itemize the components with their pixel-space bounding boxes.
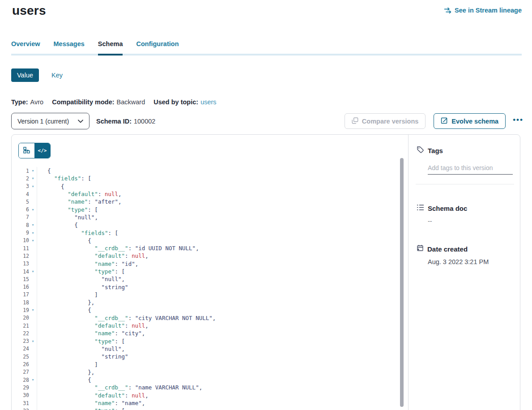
line-number: 12	[23, 253, 29, 259]
value-key-toggle: Value Key	[11, 68, 63, 82]
tab-configuration[interactable]: Configuration	[136, 40, 179, 56]
code-line: 11 "__crdb__": "id UUID NOT NULL",	[12, 244, 408, 252]
tab-bar: Overview Messages Schema Configuration	[11, 40, 522, 56]
line-number: 11	[23, 245, 29, 252]
schema-code-editor[interactable]: 1▾{2▾ "fields": [3▾ {4 "default": null,5…	[12, 167, 408, 410]
code-line: 3▾ {	[12, 183, 408, 190]
code-line-content: "__crdb__": "city VARCHAR NOT NULL",	[37, 315, 216, 321]
fold-toggle-icon[interactable]: ▾	[29, 239, 37, 243]
code-line-content: },	[37, 369, 94, 376]
code-line: 2▾ "fields": [	[12, 175, 408, 182]
line-gutter: 19▾	[12, 306, 37, 314]
code-line: 7 "null",	[12, 214, 408, 221]
fold-toggle-icon[interactable]: ▾	[29, 169, 37, 173]
line-number: 3	[26, 183, 29, 189]
tab-overview[interactable]: Overview	[11, 40, 40, 56]
tag-icon	[417, 146, 424, 155]
schema-doc-value: --	[428, 218, 514, 225]
fold-toggle-icon[interactable]: ▾	[29, 269, 37, 273]
schema-doc-header: Schema doc	[417, 204, 514, 213]
code-line-content: "fields": [	[37, 175, 91, 182]
code-line: 6▾ "type": [	[12, 205, 408, 213]
line-gutter: 25	[12, 353, 37, 360]
fold-toggle-icon[interactable]: ▾	[29, 378, 37, 382]
key-toggle-button[interactable]: Key	[51, 72, 63, 79]
code-line: 30 "default": null,	[12, 392, 408, 399]
line-gutter: 10▾	[12, 237, 37, 244]
tab-schema[interactable]: Schema	[98, 40, 123, 56]
code-line: 21 "default": null,	[12, 322, 408, 329]
schema-doc-section: Schema doc --	[417, 204, 514, 225]
evolve-schema-button[interactable]: Evolve schema	[434, 113, 506, 129]
line-gutter: 22	[12, 329, 37, 337]
code-line: 5 "name": "after",	[12, 198, 408, 205]
fold-toggle-icon[interactable]: ▾	[29, 308, 37, 312]
line-gutter: 27	[12, 368, 37, 376]
code-line-content: },	[37, 299, 94, 306]
line-number: 16	[23, 284, 29, 290]
line-gutter: 14▾	[12, 268, 37, 275]
compare-versions-button[interactable]: Compare versions	[345, 113, 426, 129]
schema-code-pane: </> 1▾{2▾ "fields": [3▾ {4 "default": nu…	[12, 135, 408, 410]
fold-toggle-icon[interactable]: ▾	[29, 223, 37, 227]
code-line-content: "type": [	[37, 338, 125, 345]
stream-lineage-icon	[444, 7, 451, 14]
tree-view-icon	[23, 147, 30, 155]
compare-versions-label: Compare versions	[362, 118, 419, 125]
line-gutter: 13	[12, 260, 37, 268]
line-gutter: 28▾	[12, 376, 37, 384]
value-toggle-button[interactable]: Value	[11, 68, 39, 82]
line-gutter: 9▾	[12, 229, 37, 236]
topic-link[interactable]: users	[200, 98, 216, 106]
code-line-content: {	[37, 376, 91, 383]
fold-toggle-icon[interactable]: ▾	[29, 339, 37, 343]
code-line-content: "string"	[37, 353, 128, 360]
line-number: 29	[23, 384, 29, 391]
line-number: 10	[23, 237, 29, 243]
line-number: 32	[23, 408, 29, 410]
fold-toggle-icon[interactable]: ▾	[29, 184, 37, 188]
line-gutter: 16	[12, 283, 37, 290]
sidebar-divider	[416, 184, 514, 184]
used-by-topic: Used by topic:users	[153, 98, 216, 106]
code-line: 9▾ "fields": [	[12, 229, 408, 236]
code-line-content: "default": null,	[37, 252, 149, 259]
line-number: 7	[26, 214, 29, 220]
tab-messages[interactable]: Messages	[54, 40, 85, 56]
line-gutter: 1▾	[12, 167, 37, 175]
line-gutter: 6▾	[12, 205, 37, 213]
add-tags-input[interactable]	[428, 164, 513, 175]
code-line-content: "default": null,	[37, 322, 149, 329]
more-actions-button[interactable]: •••	[512, 114, 524, 128]
line-number: 19	[23, 307, 29, 313]
edit-schema-icon	[441, 117, 448, 125]
version-select-value: Version 1 (current)	[17, 118, 69, 125]
tree-view-button[interactable]	[19, 143, 34, 158]
code-view-icon: </>	[38, 148, 47, 154]
code-line: 4 "default": null,	[12, 190, 408, 198]
line-number: 14	[23, 269, 29, 275]
code-line-content: "name": "after",	[37, 198, 122, 205]
line-number: 28	[23, 377, 29, 383]
line-gutter: 21	[12, 322, 37, 329]
fold-toggle-icon[interactable]: ▾	[29, 208, 37, 212]
fold-toggle-icon[interactable]: ▾	[29, 231, 37, 235]
fold-toggle-icon[interactable]: ▾	[29, 176, 37, 180]
code-line-content: {	[37, 237, 91, 244]
code-line-content: "__crdb__": "name VARCHAR NULL",	[37, 384, 202, 391]
code-view-button[interactable]: </>	[34, 143, 50, 158]
code-line: 27 },	[12, 368, 408, 376]
schema-id: Schema ID:100002	[96, 118, 155, 125]
line-gutter: 3▾	[12, 183, 37, 190]
line-gutter: 4	[12, 190, 37, 198]
version-select[interactable]: Version 1 (current)	[11, 113, 89, 129]
code-line-content: {	[37, 222, 78, 228]
line-gutter: 7	[12, 214, 37, 221]
code-line-content: "name": "city",	[37, 330, 145, 337]
code-line-content: "__crdb__": "id UUID NOT NULL",	[37, 245, 199, 252]
line-number: 5	[26, 199, 29, 205]
vertical-scrollbar[interactable]	[400, 158, 404, 407]
line-number: 6	[26, 206, 29, 213]
see-in-stream-lineage-link[interactable]: See in Stream lineage	[444, 7, 522, 14]
line-number: 4	[26, 191, 29, 197]
